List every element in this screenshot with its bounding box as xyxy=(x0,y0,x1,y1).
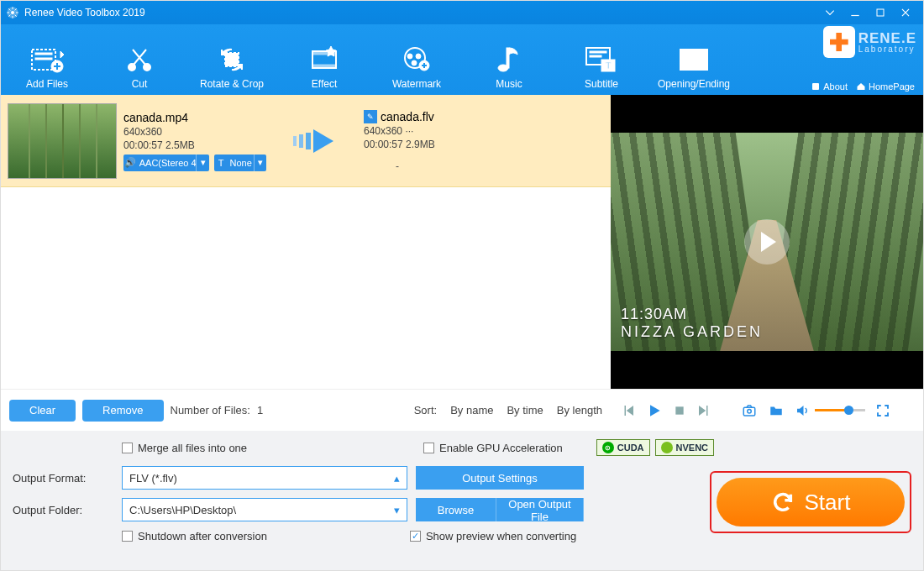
refresh-icon xyxy=(771,490,795,514)
file-row[interactable]: canada.mp4 640x360 00:00:57 2.5MB 🔊 AAC(… xyxy=(1,95,611,187)
svg-point-16 xyxy=(412,60,417,65)
bottom-panel: Merge all files into one Enable GPU Acce… xyxy=(1,431,923,570)
tool-label: Music xyxy=(496,78,522,90)
text-icon: T xyxy=(214,158,228,168)
homepage-link[interactable]: HomePage xyxy=(856,81,915,92)
about-link[interactable]: About xyxy=(811,81,848,92)
subtitle-dropdown-icon[interactable]: ▾ xyxy=(254,155,266,171)
tool-label: Cut xyxy=(132,78,148,90)
source-duration-size: 00:00:57 2.5MB xyxy=(123,139,266,151)
start-button[interactable]: Start xyxy=(717,478,905,526)
minimize-button[interactable] xyxy=(843,1,868,24)
tool-effect[interactable]: Effect xyxy=(278,41,370,90)
file-thumbnail xyxy=(8,103,117,179)
tool-watermark[interactable]: Watermark xyxy=(370,41,463,90)
preview-time: 11:30AM xyxy=(621,306,763,323)
tool-label: Watermark xyxy=(392,78,441,90)
open-output-button[interactable]: Open Output File xyxy=(496,498,584,521)
output-dimensions: 640x360 ··· xyxy=(364,125,435,137)
file-count-value: 1 xyxy=(257,404,263,416)
output-settings-button[interactable]: Output Settings xyxy=(416,466,584,490)
tool-label: Effect xyxy=(312,78,337,90)
opening-ending-icon xyxy=(679,41,709,78)
brand-line1: RENE.E xyxy=(858,31,916,45)
tool-music[interactable]: Music xyxy=(463,41,555,90)
preview-place: NIZZA GARDEN xyxy=(621,323,763,341)
svg-rect-22 xyxy=(590,55,601,57)
output-folder-combo[interactable]: C:\Users\HP\Desktop\ ▾ xyxy=(122,498,407,521)
tool-label: Opening/Ending xyxy=(658,78,730,90)
shutdown-checkbox[interactable]: Shutdown after conversion xyxy=(122,530,267,542)
output-duration-size: 00:00:57 2.9MB xyxy=(364,139,435,150)
show-preview-checkbox[interactable]: Show preview when converting xyxy=(410,530,576,542)
sort-by-name[interactable]: By name xyxy=(450,404,493,416)
brand-cross-icon xyxy=(823,26,855,58)
output-dash: - xyxy=(364,160,431,172)
sort-label: Sort: xyxy=(414,404,437,416)
cuda-badge: ⊙CUDA xyxy=(596,439,650,456)
main-toolbar: Add Files Cut Rotate & Crop Effect Water… xyxy=(1,24,923,95)
preview-panel: 11:30AM NIZZA GARDEN xyxy=(611,95,923,389)
svg-point-15 xyxy=(416,54,421,59)
open-folder-button[interactable] xyxy=(768,403,785,418)
tool-cut[interactable]: Cut xyxy=(93,41,186,90)
brand-line2: Laboratory xyxy=(858,45,916,54)
prev-track-button[interactable] xyxy=(621,403,636,418)
svg-rect-31 xyxy=(675,406,683,414)
browse-button[interactable]: Browse xyxy=(416,498,496,521)
svg-rect-5 xyxy=(35,58,52,60)
source-filename: canada.mp4 xyxy=(123,111,266,124)
flv-format-icon: ✎ xyxy=(364,110,377,123)
tool-subtitle[interactable]: T Subtitle xyxy=(555,41,648,90)
tool-label: Rotate & Crop xyxy=(200,78,264,90)
snapshot-button[interactable] xyxy=(741,403,758,418)
svg-rect-21 xyxy=(590,51,606,53)
audio-dropdown-icon[interactable]: ▾ xyxy=(196,155,208,171)
volume-slider[interactable] xyxy=(815,409,865,411)
rotate-crop-icon xyxy=(217,41,247,78)
remove-button[interactable]: Remove xyxy=(82,400,163,422)
mid-bar: Clear Remove Number of Files: 1 Sort: By… xyxy=(1,389,923,431)
watermark-icon xyxy=(402,41,432,78)
fullscreen-button[interactable] xyxy=(875,403,890,418)
speaker-icon: 🔊 xyxy=(123,157,138,168)
preview-play-button[interactable] xyxy=(744,219,790,265)
svg-rect-12 xyxy=(312,65,336,68)
menu-dropdown-icon[interactable] xyxy=(817,1,843,24)
tool-add-files[interactable]: Add Files xyxy=(1,41,93,90)
maximize-button[interactable] xyxy=(868,1,893,24)
output-folder-label: Output Folder: xyxy=(13,504,113,516)
svg-rect-2 xyxy=(877,9,884,16)
svg-point-33 xyxy=(748,409,752,413)
play-button[interactable] xyxy=(646,402,663,419)
output-format-combo[interactable]: FLV (*.flv) ▴ xyxy=(122,466,407,490)
stop-button[interactable] xyxy=(673,404,686,417)
svg-rect-29 xyxy=(299,134,303,148)
close-button[interactable] xyxy=(893,1,918,24)
tool-opening-ending[interactable]: Opening/Ending xyxy=(648,41,740,90)
main-area: canada.mp4 640x360 00:00:57 2.5MB 🔊 AAC(… xyxy=(1,95,923,389)
svg-point-14 xyxy=(407,54,412,59)
audio-chip[interactable]: 🔊 AAC(Stereo 44 ▾ xyxy=(123,155,209,171)
chevron-down-icon: ▾ xyxy=(394,504,400,516)
volume-icon[interactable] xyxy=(795,403,810,418)
tool-label: Add Files xyxy=(26,78,68,90)
music-icon xyxy=(496,41,522,78)
next-track-button[interactable] xyxy=(696,403,711,418)
merge-checkbox[interactable]: Merge all files into one xyxy=(122,442,247,454)
add-files-icon xyxy=(30,41,64,78)
svg-rect-26 xyxy=(684,53,696,60)
sort-by-time[interactable]: By time xyxy=(507,404,543,416)
cut-icon xyxy=(124,41,155,78)
svg-point-1 xyxy=(11,11,14,14)
file-count-label: Number of Files: xyxy=(171,404,250,416)
sort-by-length[interactable]: By length xyxy=(557,404,602,416)
clear-button[interactable]: Clear xyxy=(9,400,76,422)
svg-rect-30 xyxy=(306,133,311,149)
svg-rect-4 xyxy=(35,53,52,55)
gpu-checkbox[interactable]: Enable GPU Acceleration xyxy=(423,442,563,454)
subtitle-chip[interactable]: T None ▾ xyxy=(214,155,266,171)
tool-rotate-crop[interactable]: Rotate & Crop xyxy=(186,41,278,90)
svg-rect-32 xyxy=(744,407,756,416)
tool-label: Subtitle xyxy=(585,78,618,90)
